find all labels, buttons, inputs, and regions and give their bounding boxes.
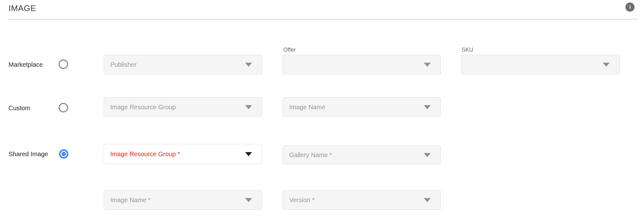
publisher-placeholder: Publisher [110, 61, 136, 68]
gallery-name-placeholder: Gallery Name * [289, 151, 332, 159]
radio-custom[interactable] [59, 103, 68, 112]
chevron-down-icon [245, 105, 252, 109]
page-title: IMAGE [9, 3, 36, 13]
chevron-down-icon [424, 105, 431, 109]
chevron-down-icon [603, 63, 610, 67]
chevron-down-icon [245, 198, 252, 202]
version-placeholder: Version * [289, 196, 314, 204]
custom-image-name-placeholder: Image Name [289, 104, 325, 111]
offer-label: Offer [283, 46, 296, 53]
chevron-down-icon [424, 153, 431, 157]
header-divider [8, 19, 638, 20]
sku-label: SKU [462, 46, 473, 53]
publisher-dropdown[interactable]: Publisher [104, 55, 262, 74]
radio-marketplace[interactable] [59, 60, 68, 69]
gallery-name-dropdown[interactable]: Gallery Name * [283, 145, 441, 164]
custom-image-name-dropdown[interactable]: Image Name [283, 97, 441, 117]
radio-dot [61, 152, 66, 156]
chevron-down-icon [245, 152, 252, 156]
custom-image-resource-group-placeholder: Image Resource Group [110, 104, 176, 111]
chevron-down-icon [424, 63, 431, 67]
shared-image-name-placeholder: Image Name * [110, 196, 151, 204]
chevron-down-icon [245, 63, 252, 67]
radio-shared-image[interactable] [59, 149, 68, 159]
option-label-marketplace: Marketplace [9, 60, 43, 69]
image-form-section: IMAGE i Marketplace Publisher Offer SKU … [0, 0, 644, 216]
info-icon[interactable]: i [625, 3, 635, 12]
sku-dropdown[interactable] [461, 55, 620, 74]
offer-dropdown[interactable] [283, 55, 441, 74]
chevron-down-icon [424, 198, 431, 202]
shared-image-resource-group-placeholder: Image Resource Group * [110, 151, 180, 158]
option-label-shared-image: Shared Image [9, 149, 48, 159]
version-dropdown[interactable]: Version * [283, 190, 441, 210]
shared-image-name-dropdown[interactable]: Image Name * [104, 190, 262, 210]
option-label-custom: Custom [9, 103, 30, 113]
custom-image-resource-group-dropdown[interactable]: Image Resource Group [104, 97, 262, 117]
info-icon-glyph: i [629, 4, 631, 10]
shared-image-resource-group-dropdown[interactable]: Image Resource Group * [104, 144, 262, 164]
